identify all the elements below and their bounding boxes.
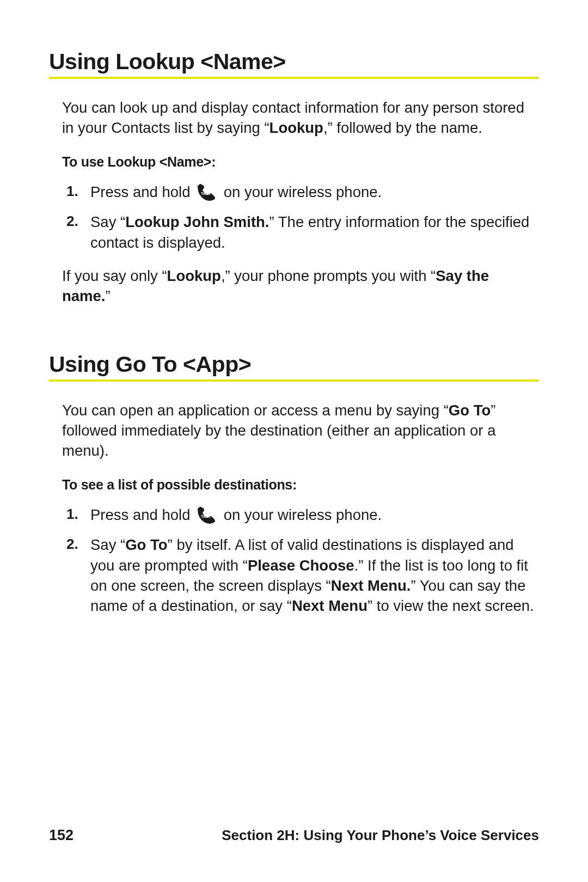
keyword: Lookup John Smith. (125, 213, 269, 230)
svg-text:TALK: TALK (201, 514, 211, 518)
list-item: Press and hold TALK on your wireless pho… (62, 182, 539, 202)
footer-section-title: Section 2H: Using Your Phone’s Voice Ser… (222, 827, 539, 844)
text: on your wireless phone. (219, 183, 382, 200)
talk-icon: TALK (197, 507, 216, 524)
text: You can open an application or access a … (62, 402, 449, 419)
keyword: Go To (125, 536, 167, 553)
svg-text:TALK: TALK (201, 192, 211, 195)
page-footer: 152 Section 2H: Using Your Phone’s Voice… (49, 827, 539, 844)
text: Press and hold (90, 183, 194, 200)
text: ,” your phone prompts you with “ (221, 267, 436, 284)
section2-steps: Press and hold TALK on your wireless pho… (62, 505, 539, 616)
list-item: Say “Lookup John Smith.” The entry infor… (62, 212, 539, 252)
text: Press and hold (90, 506, 194, 523)
section1-subhead: To use Lookup <Name>: (62, 154, 539, 170)
list-item: Say “Go To” by itself. A list of valid d… (62, 535, 539, 616)
heading-divider (49, 77, 539, 79)
section1-intro: You can look up and display contact info… (62, 97, 539, 138)
text: ” to view the next screen. (367, 597, 534, 614)
section-heading-goto: Using Go To <App> (49, 352, 539, 377)
keyword: Next Menu (292, 597, 367, 614)
text: on your wireless phone. (219, 506, 382, 523)
text: ,” followed by the name. (323, 119, 482, 136)
text: Say “ (90, 536, 125, 553)
heading-divider (49, 379, 539, 382)
list-item: Press and hold TALK on your wireless pho… (62, 505, 539, 525)
section1-steps: Press and hold TALK on your wireless pho… (62, 182, 539, 252)
keyword-lookup: Lookup (270, 119, 323, 136)
manual-page: Using Lookup <Name> You can look up and … (0, 0, 588, 882)
talk-icon: TALK (197, 184, 216, 201)
keyword: Please Choose (248, 557, 354, 574)
keyword-goto: Go To (449, 402, 491, 419)
text: If you say only “ (62, 267, 167, 284)
section2-intro: You can open an application or access a … (62, 400, 539, 461)
page-number: 152 (49, 827, 74, 844)
section-heading-lookup: Using Lookup <Name> (49, 49, 539, 75)
section1-followup: If you say only “Lookup,” your phone pro… (62, 266, 539, 306)
keyword: Lookup (167, 267, 221, 284)
section2-subhead: To see a list of possible destinations: (62, 477, 539, 493)
text: Say “ (90, 213, 125, 230)
text: ” (105, 287, 110, 304)
keyword: Next Menu. (331, 577, 411, 594)
